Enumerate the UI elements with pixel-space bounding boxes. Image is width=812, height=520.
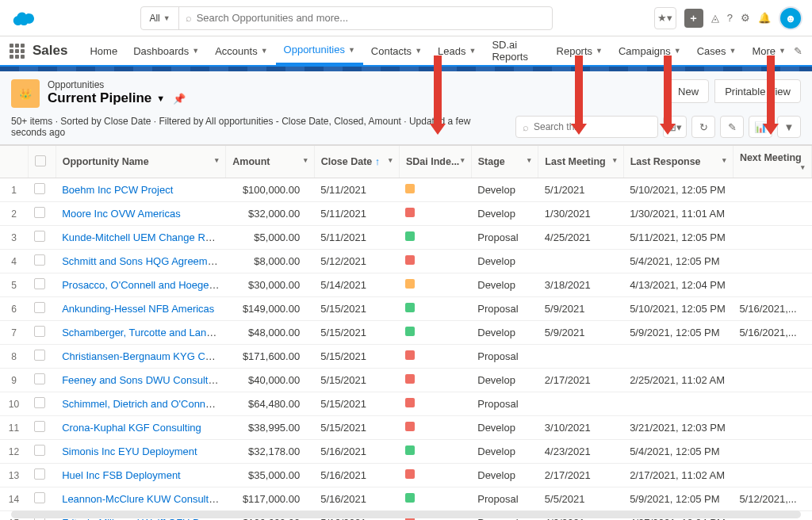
cell-opportunity-name[interactable]: Schimmel, Dietrich and O'Connell ...	[56, 392, 226, 416]
col-stage[interactable]: Stage▾	[471, 146, 538, 178]
chart-icon[interactable]: 📊	[749, 116, 772, 138]
list-search[interactable]: ⌕	[515, 116, 658, 138]
favorites-icon[interactable]: ★▾	[654, 7, 676, 29]
row-checkbox[interactable]	[28, 202, 56, 226]
cell-opportunity-name[interactable]: Schamberger, Turcotte and Lang H...	[56, 321, 226, 345]
nav-item-reports[interactable]: Reports▼	[549, 36, 611, 65]
cell-amount: $8,000.00	[226, 250, 314, 273]
chevron-down-icon: ▼	[415, 47, 422, 55]
row-checkbox[interactable]	[28, 273, 56, 297]
help-icon[interactable]: ?	[727, 12, 733, 24]
cell-close-date: 5/16/2021	[314, 488, 399, 511]
guidance-icon[interactable]: ◬	[711, 12, 719, 24]
cell-opportunity-name[interactable]: Christiansen-Bergnaum KYG Chang...	[56, 345, 226, 369]
row-checkbox[interactable]	[28, 345, 56, 369]
col-opportunity-name[interactable]: Opportunity Name▾	[56, 146, 226, 178]
cell-opportunity-name[interactable]: Prosacco, O'Connell and Hoeger Z...	[56, 273, 226, 297]
cell-opportunity-name[interactable]: Crona-Kuphal KGF Consulting	[56, 416, 226, 440]
setup-gear-icon[interactable]: ⚙	[741, 12, 750, 24]
refresh-icon[interactable]: ↻	[691, 116, 715, 138]
cell-opportunity-name[interactable]: Ankunding-Hessel NFB Americas	[56, 297, 226, 321]
row-checkbox[interactable]	[28, 440, 56, 464]
col-next-meeting[interactable]: Next Meeting▾	[733, 146, 811, 178]
list-search-input[interactable]	[534, 121, 651, 132]
cell-last-response: 5/11/2021, 12:05 PM	[623, 226, 733, 250]
row-checkbox[interactable]	[28, 250, 56, 273]
cell-next-meeting: 5/16/2021,...	[733, 321, 811, 345]
nav-item-sd-ai-reports[interactable]: SD.ai Reports	[484, 36, 548, 65]
filter-icon[interactable]: ▼	[777, 116, 801, 138]
table-row: 10Schimmel, Dietrich and O'Connell ...$6…	[0, 392, 812, 416]
cell-amount: $30,000.00	[226, 273, 314, 297]
app-launcher-icon[interactable]	[10, 44, 25, 59]
nav-item-contacts[interactable]: Contacts▼	[363, 36, 430, 65]
global-search[interactable]: All▼ ⌕	[140, 6, 553, 30]
nav-item-opportunities[interactable]: Opportunities▼	[276, 36, 363, 65]
nav-item-leads[interactable]: Leads▼	[430, 36, 484, 65]
cell-last-meeting: 5/1/2021	[538, 178, 623, 202]
table-row: 7Schamberger, Turcotte and Lang H...$48,…	[0, 321, 812, 345]
nav-item-accounts[interactable]: Accounts▼	[207, 36, 275, 65]
cell-opportunity-name[interactable]: Moore Inc OVW Americas	[56, 202, 226, 226]
cell-close-date: 5/12/2021	[314, 250, 399, 273]
cell-stage: Develop	[471, 369, 538, 392]
display-as-icon[interactable]: ⊞▾	[663, 116, 687, 138]
inline-edit-icon[interactable]: ✎	[720, 116, 744, 138]
row-checkbox[interactable]	[28, 226, 56, 250]
cell-opportunity-name[interactable]: Feeney and Sons DWU Consulting	[56, 369, 226, 392]
list-view-table[interactable]: Opportunity Name▾ Amount▾ Close Date ↑▾ …	[0, 145, 812, 520]
cell-next-meeting	[733, 226, 811, 250]
cell-opportunity-name[interactable]: Leannon-McClure KUW Consulting	[56, 488, 226, 511]
col-select-all[interactable]	[28, 146, 56, 178]
cell-close-date: 5/14/2021	[314, 273, 399, 297]
user-avatar[interactable]: ☻	[779, 6, 802, 30]
notifications-bell-icon[interactable]: 🔔	[758, 12, 771, 24]
cell-last-meeting: 5/5/2021	[538, 488, 623, 511]
row-checkbox[interactable]	[28, 369, 56, 392]
row-checkbox[interactable]	[28, 297, 56, 321]
cell-opportunity-name[interactable]: Boehm Inc PCW Project	[56, 178, 226, 202]
nav-item-campaigns[interactable]: Campaigns▼	[611, 36, 689, 65]
global-search-input[interactable]	[197, 12, 546, 24]
cell-opportunity-name[interactable]: Schmitt and Sons HQG Agreement	[56, 250, 226, 273]
col-close-date[interactable]: Close Date ↑▾	[314, 146, 399, 178]
cell-amount: $149,000.00	[226, 297, 314, 321]
cell-stage: Proposal	[471, 488, 538, 511]
printable-view-button[interactable]: Printable View	[714, 79, 801, 103]
cell-amount: $5,000.00	[226, 226, 314, 250]
cell-opportunity-name[interactable]: Huel Inc FSB Deployment	[56, 464, 226, 488]
table-row: 9Feeney and Sons DWU Consulting$40,000.0…	[0, 369, 812, 392]
cell-next-meeting	[733, 464, 811, 488]
new-button[interactable]: New	[668, 79, 709, 103]
cell-sdai-indicator	[399, 250, 471, 273]
horizontal-scrollbar[interactable]	[11, 510, 801, 518]
row-checkbox[interactable]	[28, 321, 56, 345]
nav-item-cases[interactable]: Cases▼	[689, 36, 745, 65]
list-view-picker[interactable]: Current Pipeline ▼ 📌	[48, 90, 186, 106]
cell-sdai-indicator	[399, 321, 471, 345]
global-actions-icon[interactable]: ＋	[684, 9, 703, 28]
col-sdai-index[interactable]: SDai Inde...▾	[399, 146, 471, 178]
chevron-down-icon: ▼	[674, 47, 681, 55]
col-last-meeting[interactable]: Last Meeting▾	[538, 146, 623, 178]
row-checkbox[interactable]	[28, 178, 56, 202]
salesforce-logo-icon[interactable]	[10, 7, 40, 29]
pin-icon[interactable]: 📌	[173, 93, 186, 105]
col-amount[interactable]: Amount▾	[226, 146, 314, 178]
col-last-response[interactable]: Last Response▾	[623, 146, 733, 178]
cell-opportunity-name[interactable]: Kunde-Mitchell UEM Change Requ...	[56, 226, 226, 250]
nav-item-more[interactable]: More▼	[744, 36, 794, 65]
cell-opportunity-name[interactable]: Simonis Inc EYU Deployment	[56, 440, 226, 464]
row-checkbox[interactable]	[28, 488, 56, 511]
row-checkbox[interactable]	[28, 464, 56, 488]
chevron-down-icon: ▼	[261, 47, 268, 55]
nav-item-home[interactable]: Home	[82, 36, 125, 65]
row-checkbox[interactable]	[28, 416, 56, 440]
cell-next-meeting	[733, 250, 811, 273]
edit-nav-pencil-icon[interactable]: ✎	[794, 36, 802, 65]
cell-next-meeting: 5/16/2021,...	[733, 297, 811, 321]
cell-last-response: 5/9/2021, 12:05 PM	[623, 321, 733, 345]
nav-item-dashboards[interactable]: Dashboards▼	[125, 36, 207, 65]
search-scope-picker[interactable]: All▼	[141, 7, 178, 29]
row-checkbox[interactable]	[28, 392, 56, 416]
